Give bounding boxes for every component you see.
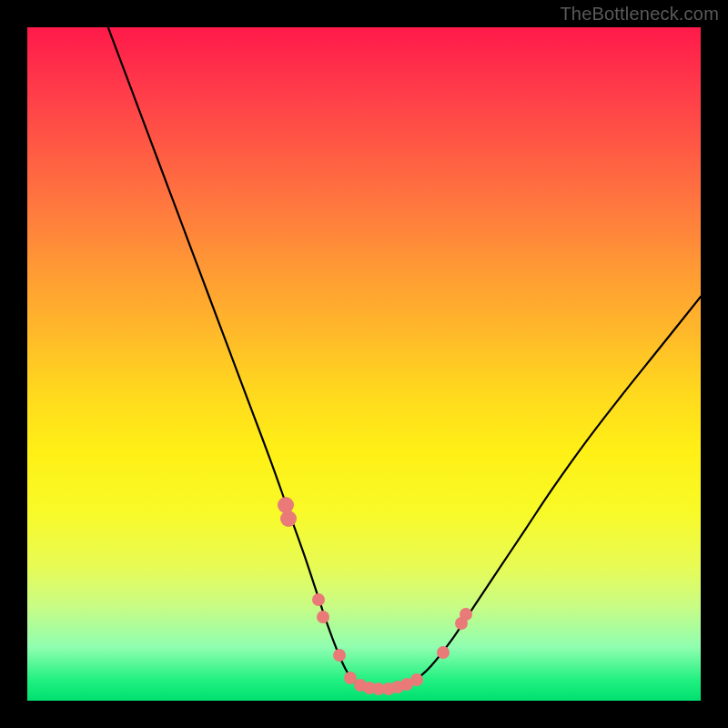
data-marker: [437, 646, 450, 659]
watermark-text: TheBottleneck.com: [560, 4, 719, 25]
chart-curve: [27, 27, 701, 701]
data-marker: [333, 649, 346, 662]
data-marker: [460, 608, 472, 621]
plot-area: [27, 27, 701, 701]
data-marker: [280, 511, 297, 527]
data-marker: [410, 673, 423, 686]
data-marker: [317, 611, 329, 623]
chart-frame: TheBottleneck.com: [0, 0, 728, 728]
data-marker: [312, 593, 325, 606]
